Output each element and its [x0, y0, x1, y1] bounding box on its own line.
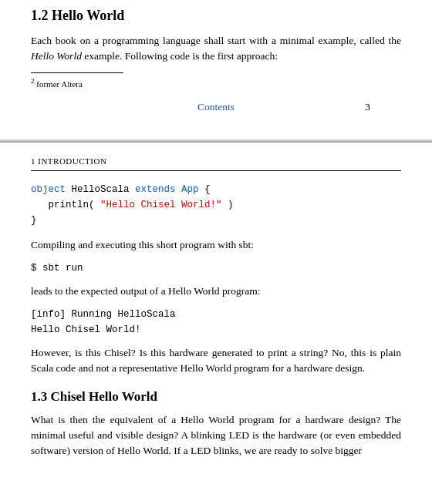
- compiling-label: Compiling and executing this short progr…: [31, 239, 254, 250]
- code-line-2: println( "Hello Chisel World!" ): [31, 197, 401, 213]
- code-println: println(: [49, 200, 95, 210]
- footnote-text: former Altera: [36, 79, 83, 88]
- contents-link[interactable]: Contents: [197, 101, 235, 113]
- page-footer: Contents 3: [31, 90, 401, 124]
- keyword-extends: extends: [135, 184, 176, 195]
- section-1-2-heading: 1.2 Hello World: [31, 8, 401, 24]
- top-section: 1.2 Hello World Each book on a programmi…: [0, 0, 432, 141]
- hello-world-intro: Each book on a programming language shal…: [31, 33, 401, 65]
- code-line-3: }: [31, 213, 401, 228]
- hello-scala-code: object HelloScala extends App { println(…: [31, 182, 401, 228]
- program-output: [info] Running HelloScala Hello Chisel W…: [31, 307, 401, 338]
- keyword-app: App: [181, 184, 199, 195]
- chisel-hello-world-intro: What is then the equivalent of a Hello W…: [31, 412, 401, 459]
- code-string: "Hello Chisel World!": [100, 200, 222, 210]
- however-label: However, is this Chisel? Is this hardwar…: [31, 347, 401, 374]
- page: 1.2 Hello World Each book on a programmi…: [0, 0, 432, 504]
- sbt-command: $ sbt run: [31, 260, 401, 276]
- chapter-header: 1 Introduction: [31, 156, 401, 171]
- keyword-object: object: [31, 184, 66, 195]
- section-1-2-label: 1.2 Hello World: [31, 8, 124, 23]
- sbt-run-line: $ sbt run: [31, 263, 83, 274]
- chisel-intro-text: What is then the equivalent of a Hello W…: [31, 414, 401, 457]
- compiling-text: Compiling and executing this short progr…: [31, 237, 401, 253]
- code-line-1: object HelloScala extends App {: [31, 182, 401, 197]
- output-line-2: Hello Chisel World!: [31, 322, 401, 338]
- footnote-rule: [31, 72, 123, 73]
- code-brace-close: }: [31, 215, 37, 226]
- bottom-section: 1 Introduction object HelloScala extends…: [0, 143, 432, 475]
- code-brace-open: {: [204, 184, 211, 195]
- code-indent: [31, 200, 42, 210]
- code-classname: HelloScala: [72, 184, 136, 195]
- leads-to-text: leads to the expected output of a Hello …: [31, 284, 401, 299]
- output-line-1: [info] Running HelloScala: [31, 307, 401, 322]
- body-text-2: example. Following code is the first app…: [84, 50, 278, 62]
- hello-world-italic: Hello World: [31, 50, 82, 62]
- body-text-1: Each book on a programming language shal…: [31, 35, 401, 46]
- footnote-superscript: 2: [31, 77, 35, 85]
- footnote: 2 former Altera: [31, 76, 401, 90]
- however-text: However, is this Chisel? Is this hardwar…: [31, 345, 401, 377]
- code-paren-close: ): [228, 200, 234, 210]
- page-number: 3: [365, 101, 370, 113]
- leads-to-label: leads to the expected output of a Hello …: [31, 285, 260, 297]
- section-1-3-heading: 1.3 Chisel Hello World: [31, 389, 401, 405]
